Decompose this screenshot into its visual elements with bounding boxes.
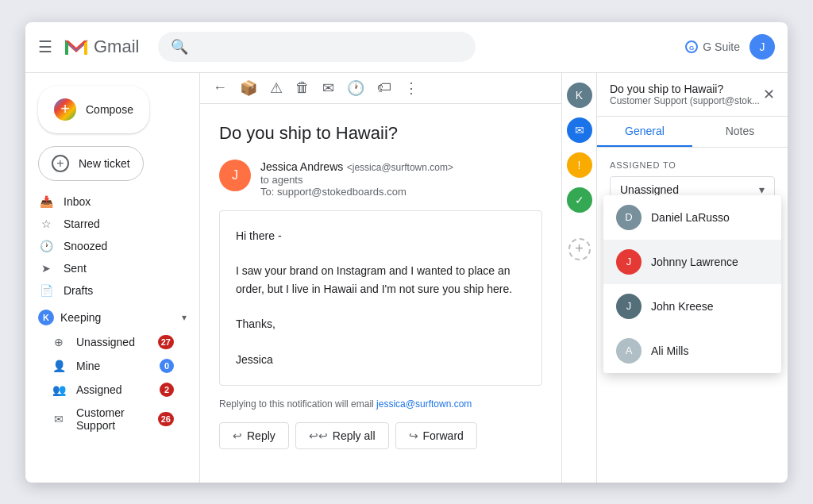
keeping-label: Keeping [60,311,101,324]
top-bar: ☰ Gmail 🔍 G [25,22,788,73]
forward-icon: ↪ [409,429,418,442]
assigned-badge: 2 [160,383,174,397]
tab-notes[interactable]: Notes [692,117,788,147]
gsuite-icon: G [685,40,698,53]
sidebar-item-customer-support[interactable]: ✉ Customer Support 26 [38,402,187,437]
keeping-k-icon: K [38,310,54,325]
sidebar-label-assigned: Assigned [76,383,150,396]
sidebar-label-sent: Sent [64,262,174,275]
mail-icon[interactable]: ✉ [322,79,334,97]
keeping-chevron: ▾ [182,312,187,323]
snoozed-icon: 🕐 [38,240,54,252]
mine-badge: 0 [160,359,174,373]
chevron-down-icon: ▾ [759,183,765,196]
sidebar-label-snoozed: Snoozed [64,240,174,252]
sender-row: J Jessica Andrews <jessica@surftown.com>… [219,160,542,198]
customer-support-icon: ✉ [51,413,67,425]
reply-all-label: Reply all [333,429,376,442]
compose-label: Compose [86,103,133,116]
body-line-2: I saw your brand on Instagram and I want… [236,262,526,298]
reply-button[interactable]: ↩ Reply [219,422,289,449]
sidebar-item-sent[interactable]: ➤ Sent [25,257,187,279]
main-layout: + Compose + New ticket 📥 Inbox ☆ Starred… [25,73,788,483]
user-avatar[interactable]: J [749,34,775,60]
tab-general[interactable]: General [597,117,692,147]
daniel-avatar: D [616,205,642,230]
sender-name: Jessica Andrews [260,160,343,173]
sidebar-item-starred[interactable]: ☆ Starred [25,213,187,235]
search-bar[interactable]: 🔍 [158,32,476,62]
compose-plus-icon: + [54,98,76,121]
reply-icon: ↩ [233,429,242,442]
label-icon[interactable]: 🏷 [377,79,391,96]
reply-all-icon: ↩↩ [309,429,328,442]
agent-ali[interactable]: A Ali Mills [603,329,781,373]
sender-name-row: Jessica Andrews <jessica@surftown.com> [260,160,542,174]
svg-text:G: G [689,44,694,52]
reply-notification: Replying to this notification will email… [219,398,542,410]
sidebar-label-drafts: Drafts [64,284,174,297]
email-area: ← 📦 ⚠ 🗑 ✉ 🕐 🏷 ⋮ Do you ship to Hawaii? J… [200,73,562,483]
keeping-sub: ⊕ Unassigned 27 👤 Mine 0 👥 Assigned 2 [25,330,199,437]
sidebar-item-drafts[interactable]: 📄 Drafts [25,279,187,302]
search-input[interactable] [195,40,463,54]
icon-col-blue[interactable]: ✉ [567,117,592,143]
snooze-icon[interactable]: 🕐 [347,79,364,97]
new-ticket-icon: + [52,155,69,172]
sidebar-item-snoozed[interactable]: 🕐 Snoozed [25,235,187,257]
icon-col-yellow[interactable]: ! [567,152,592,178]
unassigned-icon: ⊕ [51,336,67,348]
agent-johnny[interactable]: J Johnny Lawrence [603,240,781,284]
gsuite-badge: G G Suite [685,40,740,53]
panel-subtitle: Customer Support (support@stok... [610,95,760,106]
menu-icon[interactable]: ☰ [38,37,52,56]
assign-value: Unassigned [620,183,679,196]
top-bar-right: G G Suite J [685,34,775,60]
more-icon[interactable]: ⋮ [404,79,418,97]
back-button[interactable]: ← [213,79,227,96]
gmail-text: Gmail [94,37,139,57]
sidebar-item-mine[interactable]: 👤 Mine 0 [38,354,187,378]
sender-avatar: J [219,160,251,191]
sidebar-item-unassigned[interactable]: ⊕ Unassigned 27 [38,330,187,354]
body-line-4: Jessica [236,351,526,368]
trash-icon[interactable]: 🗑 [295,79,310,96]
body-line-1: Hi there - [236,227,526,244]
agent-john[interactable]: J John Kreese [603,284,781,329]
sender-to-address: To: support@stokedboards.com [260,186,542,198]
sidebar-label-mine: Mine [76,360,150,372]
close-button[interactable]: ✕ [763,86,775,103]
reply-all-button[interactable]: ↩↩ Reply all [295,422,389,449]
sidebar-item-inbox[interactable]: 📥 Inbox [25,190,187,213]
ali-avatar: A [616,338,642,364]
ali-name: Ali Mills [651,344,688,357]
warn-icon[interactable]: ⚠ [270,79,283,97]
icon-col-grey[interactable]: K [567,83,592,108]
icon-col-add[interactable]: + [568,238,591,260]
agent-daniel[interactable]: D Daniel LaRusso [603,195,781,240]
reply-email-link[interactable]: jessica@surftown.com [376,398,472,410]
sidebar-item-assigned[interactable]: 👥 Assigned 2 [38,378,187,402]
sidebar-label-customer-support: Customer Support [76,406,148,432]
sender-info: Jessica Andrews <jessica@surftown.com> t… [260,160,542,198]
compose-button[interactable]: + Compose [38,86,149,133]
drafts-icon: 📄 [38,284,54,297]
email-content: Do you ship to Hawaii? J Jessica Andrews… [200,104,561,483]
new-ticket-label: New ticket [79,157,130,170]
email-subject: Do you ship to Hawaii? [219,123,542,144]
search-icon: 🔍 [171,38,188,56]
archive-icon[interactable]: 📦 [240,79,257,97]
assigned-icon: 👥 [51,383,67,396]
assigned-to-label: ASSIGNED TO [610,160,775,170]
panel-header-text: Do you ship to Hawaii? Customer Support … [610,83,760,106]
forward-button[interactable]: ↪ Forward [395,422,477,449]
icon-column: K ✉ ! ✓ + [562,73,597,483]
gsuite-label: G Suite [703,40,740,53]
keeping-header[interactable]: K Keeping ▾ [25,305,199,330]
johnny-name: Johnny Lawrence [651,256,738,268]
icon-col-green[interactable]: ✓ [567,187,592,213]
daniel-name: Daniel LaRusso [651,211,730,224]
new-ticket-button[interactable]: + New ticket [38,146,144,181]
customer-support-badge: 26 [158,412,174,426]
reply-label: Reply [247,429,275,442]
